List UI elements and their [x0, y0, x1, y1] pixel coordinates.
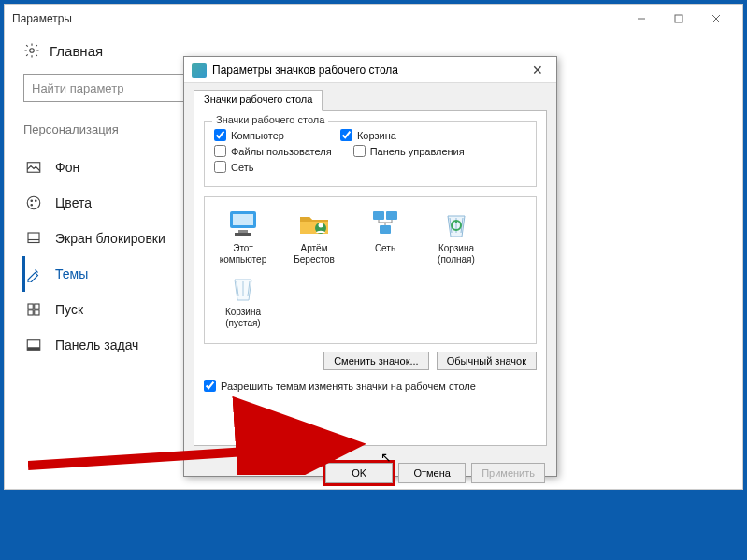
icon-recycle-full[interactable]: Корзина (полная): [427, 207, 485, 265]
check-computer[interactable]: Компьютер: [214, 129, 284, 141]
dialog-icon: [192, 63, 207, 78]
recycle-empty-icon: [226, 270, 260, 304]
computer-icon: [226, 207, 260, 240]
change-icon-button[interactable]: Сменить значок...: [323, 352, 429, 370]
svg-point-9: [31, 205, 33, 207]
settings-titlebar: Параметры: [5, 5, 742, 33]
check-recyclebin-box[interactable]: [340, 129, 352, 141]
apply-button[interactable]: Применить: [471, 463, 545, 483]
svg-rect-10: [28, 233, 39, 243]
svg-rect-13: [35, 304, 39, 309]
check-userfiles[interactable]: Файлы пользователя: [214, 145, 332, 157]
desktop-icons-dialog: Параметры значков рабочего стола ✕ Значк…: [183, 56, 557, 477]
svg-rect-26: [380, 225, 391, 234]
tab-desktop-icons[interactable]: Значки рабочего стола: [194, 90, 323, 111]
dialog-titlebar: Параметры значков рабочего стола ✕: [184, 57, 556, 83]
icon-user-folder[interactable]: Артём Берестов: [285, 207, 343, 265]
check-controlpanel-box[interactable]: [353, 145, 366, 157]
svg-rect-24: [373, 211, 384, 220]
check-recyclebin[interactable]: Корзина: [340, 129, 396, 141]
cancel-button[interactable]: Отмена: [398, 463, 466, 483]
close-button[interactable]: [697, 6, 735, 32]
svg-point-8: [36, 200, 37, 202]
svg-rect-14: [28, 310, 33, 315]
icon-recycle-empty[interactable]: Корзина (пустая): [214, 270, 272, 328]
ok-button[interactable]: OK: [325, 463, 393, 483]
taskbar-icon: [25, 337, 42, 353]
svg-point-7: [31, 200, 33, 202]
tab-content: Значки рабочего стола Компьютер Корзина …: [194, 111, 547, 446]
svg-rect-20: [238, 230, 248, 233]
svg-rect-1: [675, 15, 682, 22]
search-input[interactable]: Найти параметр: [23, 74, 190, 102]
icon-listbox[interactable]: Этот компьютер Артём Берестов Сеть Корзи…: [204, 196, 537, 344]
user-folder-icon: [297, 207, 331, 240]
check-userfiles-box[interactable]: [214, 145, 226, 157]
nav-label: Панель задач: [55, 337, 138, 352]
check-network[interactable]: Сеть: [214, 161, 253, 173]
svg-point-4: [30, 49, 35, 53]
nav-label: Темы: [55, 266, 88, 281]
group-legend: Значки рабочего стола: [212, 114, 328, 125]
check-computer-box[interactable]: [214, 129, 226, 141]
svg-rect-12: [28, 304, 33, 309]
icon-network[interactable]: Сеть: [356, 207, 414, 265]
check-allow-themes-box[interactable]: [204, 380, 216, 392]
maximize-button[interactable]: [660, 6, 697, 32]
svg-point-23: [319, 223, 323, 228]
nav-label: Фон: [55, 160, 79, 175]
nav-label: Пуск: [55, 302, 83, 317]
settings-title: Параметры: [12, 12, 72, 25]
cursor-icon: ↖: [381, 450, 392, 465]
check-controlpanel[interactable]: Панель управления: [353, 145, 465, 157]
dialog-body: Значки рабочего стола Значки рабочего ст…: [184, 83, 556, 455]
home-label: Главная: [50, 43, 103, 59]
check-allow-themes[interactable]: Разрешить темам изменять значки на рабоч…: [204, 380, 537, 392]
themes-icon: [25, 266, 42, 282]
nav-label: Экран блокировки: [55, 231, 165, 246]
icon-this-pc[interactable]: Этот компьютер: [214, 207, 272, 265]
network-icon: [368, 207, 402, 240]
svg-rect-19: [233, 214, 253, 225]
svg-rect-17: [27, 347, 40, 350]
window-controls: [623, 6, 735, 32]
tab-strip: Значки рабочего стола: [194, 89, 547, 111]
dialog-button-row: OK Отмена Применить: [184, 455, 556, 491]
palette-icon: [25, 194, 42, 211]
picture-icon: [25, 159, 42, 176]
start-icon: [25, 301, 42, 318]
check-network-box[interactable]: [214, 161, 226, 173]
lockscreen-icon: [25, 230, 42, 247]
default-icon-button[interactable]: Обычный значок: [437, 352, 537, 370]
group-desktop-icons: Значки рабочего стола Компьютер Корзина …: [204, 121, 537, 187]
svg-rect-15: [35, 310, 39, 315]
search-placeholder: Найти параметр: [32, 81, 123, 95]
svg-rect-21: [235, 233, 251, 236]
dialog-close-button[interactable]: ✕: [526, 63, 549, 78]
recycle-full-icon: [439, 207, 473, 240]
svg-rect-25: [386, 211, 397, 220]
dialog-title: Параметры значков рабочего стола: [212, 64, 398, 77]
nav-label: Цвета: [55, 195, 92, 210]
gear-icon: [23, 42, 40, 59]
minimize-button[interactable]: [623, 6, 660, 32]
svg-point-6: [27, 196, 40, 209]
